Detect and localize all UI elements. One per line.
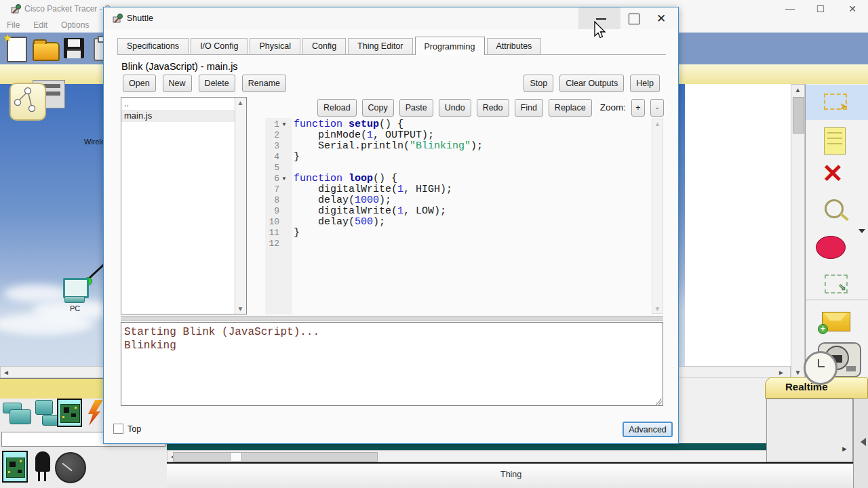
tab-specifications[interactable]: Specifications <box>117 38 189 54</box>
fold-arrow-icon[interactable]: ▼ <box>279 174 289 184</box>
advanced-button[interactable]: Advanced <box>623 422 673 437</box>
file-item-main-js[interactable]: main.js <box>121 110 246 122</box>
realtime-clock-icon[interactable] <box>804 351 837 385</box>
workspace-vertical-scrollbar[interactable]: ▲ ▼ <box>791 84 805 378</box>
main-close-button[interactable]: ✕ <box>841 0 864 18</box>
pc-device-base <box>64 296 85 303</box>
editor-scrollbar[interactable]: ▲ ▼ <box>652 119 663 314</box>
zoom-in-button[interactable]: + <box>631 99 645 117</box>
draw-shape-dropdown-icon[interactable] <box>859 229 865 237</box>
line-number: 7 <box>265 184 279 195</box>
delete-button[interactable]: Delete <box>199 75 235 92</box>
tab-attributes[interactable]: Attributes <box>487 38 542 54</box>
zoom-out-button[interactable]: - <box>650 99 664 117</box>
menu-file[interactable]: File <box>7 20 20 30</box>
console-resize-grip[interactable] <box>655 398 662 405</box>
fold-spacer <box>279 163 289 174</box>
code-line: 7 digitalWrite(1, HIGH); <box>265 184 652 195</box>
open-button[interactable]: Open <box>123 75 156 92</box>
splitter-handle[interactable] <box>121 316 663 321</box>
scroll-down-icon[interactable]: ▼ <box>652 305 663 312</box>
tab-physical[interactable]: Physical <box>250 38 300 54</box>
file-list-scrollbar[interactable]: ▲ ▼ <box>235 98 246 314</box>
scrollbar-thumb[interactable] <box>173 452 378 462</box>
top-checkbox[interactable] <box>113 424 123 434</box>
dialog-maximize-button[interactable] <box>629 14 639 24</box>
tab-config[interactable]: Config <box>302 38 346 54</box>
scroll-left-icon[interactable]: ◄ <box>3 369 9 376</box>
copy-button[interactable]: Copy <box>362 99 394 117</box>
main-maximize-button[interactable]: ☐ <box>809 0 832 18</box>
code-line: 11} <box>265 228 652 239</box>
console-line: Blinking <box>121 339 663 352</box>
cluster-icon[interactable] <box>9 83 46 121</box>
scroll-down-icon[interactable]: ▼ <box>235 305 245 312</box>
new-button[interactable]: New <box>163 75 192 92</box>
place-note-icon[interactable] <box>824 127 846 155</box>
tab-thing-editor[interactable]: Thing Editor <box>348 38 412 54</box>
pc-device-label: PC <box>70 304 80 312</box>
led-item-icon[interactable] <box>35 451 50 472</box>
save-icon[interactable] <box>64 38 84 58</box>
bottom-horizontal-scrollbar[interactable]: ◄ ► <box>167 450 856 462</box>
top-checkbox-label: Top <box>127 424 141 434</box>
fold-spacer <box>279 152 289 163</box>
code-line: 12 <box>265 239 652 249</box>
line-number: 8 <box>265 195 279 206</box>
delete-icon[interactable]: ✕ <box>822 161 844 186</box>
clock-hand-hour <box>818 366 825 367</box>
new-file-icon[interactable] <box>7 37 27 62</box>
code-text: } <box>294 152 300 163</box>
file-list[interactable]: ..main.js ▲ ▼ <box>121 97 247 314</box>
redo-button[interactable]: Redo <box>477 99 509 117</box>
clear-outputs-button[interactable]: Clear Outputs <box>559 75 624 92</box>
replace-button[interactable]: Replace <box>549 99 592 117</box>
collapse-panel-icon[interactable] <box>856 438 866 446</box>
main-minimize-button[interactable]: — <box>778 0 802 18</box>
tab-i-o-config[interactable]: I/O Config <box>191 38 248 54</box>
components-category-icon-selected[interactable] <box>57 399 82 427</box>
stop-button[interactable]: Stop <box>524 75 553 92</box>
tab-programming[interactable]: Programming <box>415 37 485 55</box>
fold-spacer <box>279 130 289 141</box>
scroll-up-icon[interactable]: ▲ <box>652 120 663 127</box>
panel-scroll-right-icon[interactable]: ► <box>841 445 848 453</box>
output-console[interactable]: Starting Blink (JavaScript)...Blinking <box>121 322 663 406</box>
fold-arrow-icon[interactable]: ▼ <box>279 119 289 130</box>
dialog-title-bar[interactable]: Shuttle ✕ <box>104 7 678 29</box>
code-text: delay(500); <box>294 217 385 228</box>
menu-options[interactable]: Options <box>61 20 89 30</box>
draw-ellipse-icon[interactable] <box>816 236 846 259</box>
code-line: 3 Serial.println("Blinking"); <box>265 141 652 152</box>
run-button-group: StopClear OutputsHelp <box>524 75 660 92</box>
scroll-down-icon[interactable]: ▼ <box>791 369 804 376</box>
scroll-right-icon[interactable]: ► <box>778 369 785 376</box>
fold-spacer <box>279 228 289 239</box>
scroll-up-icon[interactable]: ▲ <box>791 86 804 94</box>
network-devices-category-icon[interactable] <box>3 400 31 426</box>
menu-edit[interactable]: Edit <box>33 20 47 30</box>
code-editor[interactable]: 1▼function setup() {2 pinMode(1, OUTPUT)… <box>265 119 652 249</box>
code-line: 4} <box>265 152 652 163</box>
find-button[interactable]: Find <box>515 99 543 117</box>
code-text: Serial.println("Blinking"); <box>294 141 483 152</box>
potentiometer-item-icon[interactable] <box>55 452 86 483</box>
mcu-board-item-selected[interactable] <box>2 451 28 483</box>
open-icon[interactable] <box>33 42 60 61</box>
rename-button[interactable]: Rename <box>242 75 286 92</box>
dialog-close-button[interactable]: ✕ <box>656 12 666 26</box>
file-item-[interactable]: .. <box>121 98 246 110</box>
select-cursor-glyph: ➤ <box>840 100 848 113</box>
scroll-up-icon[interactable]: ▲ <box>235 99 245 106</box>
code-text: } <box>294 228 300 239</box>
line-number: 10 <box>265 217 279 228</box>
help-button[interactable]: Help <box>630 75 660 92</box>
scrollbar-thumb[interactable] <box>793 97 804 134</box>
pc-device-icon[interactable] <box>63 278 89 298</box>
undo-button[interactable]: Undo <box>439 99 471 117</box>
dialog-app-icon <box>113 13 123 24</box>
paste-button[interactable]: Paste <box>399 99 433 117</box>
reload-button[interactable]: Reload <box>317 99 357 117</box>
fold-spacer <box>279 184 289 195</box>
end-devices-category-icon[interactable] <box>34 400 60 426</box>
